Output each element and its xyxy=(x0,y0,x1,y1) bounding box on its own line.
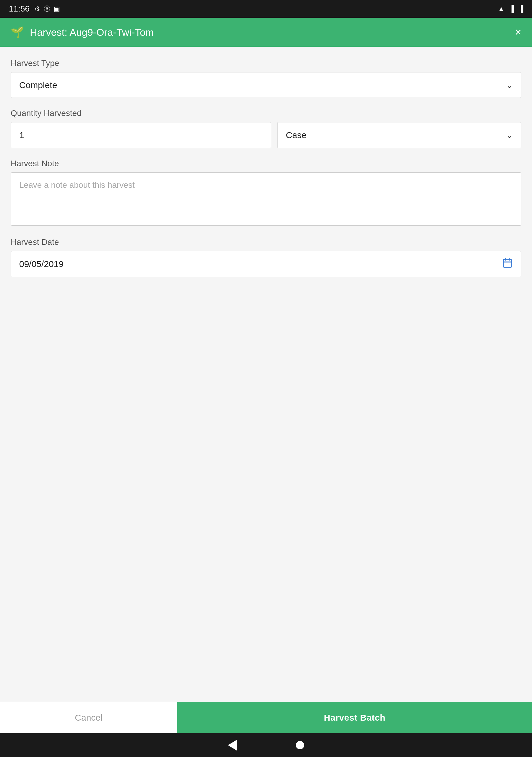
harvest-date-label: Harvest Date xyxy=(11,237,521,247)
button-row: Cancel Harvest Batch xyxy=(0,702,532,733)
harvest-batch-button[interactable]: Harvest Batch xyxy=(177,702,532,733)
account-icon: Ⓐ xyxy=(44,4,50,13)
bottom-nav-bar xyxy=(0,733,532,757)
status-bar-right: ▲ ▐ ▐ xyxy=(498,5,523,13)
harvest-note-label: Harvest Note xyxy=(11,159,521,168)
main-content: 🌱 Harvest: Aug9-Ora-Twi-Tom × Harvest Ty… xyxy=(0,18,532,733)
harvest-note-group: Harvest Note xyxy=(11,159,521,227)
header-left: 🌱 Harvest: Aug9-Ora-Twi-Tom xyxy=(11,26,154,39)
settings-icon: ⚙ xyxy=(34,5,40,13)
modal-header: 🌱 Harvest: Aug9-Ora-Twi-Tom × xyxy=(0,18,532,47)
status-bar-left: 11:56 ⚙ Ⓐ ▣ xyxy=(9,4,60,14)
lock-icon: ▣ xyxy=(54,5,60,13)
harvest-note-textarea[interactable] xyxy=(11,172,521,226)
back-button[interactable] xyxy=(228,740,237,750)
status-bar: 11:56 ⚙ Ⓐ ▣ ▲ ▐ ▐ xyxy=(0,0,532,18)
date-input-wrapper xyxy=(11,251,521,277)
modal-title: Harvest: Aug9-Ora-Twi-Tom xyxy=(30,27,154,38)
harvest-date-input[interactable] xyxy=(11,251,521,277)
quantity-harvested-label: Quantity Harvested xyxy=(11,108,521,118)
cancel-button[interactable]: Cancel xyxy=(0,702,177,733)
unit-select[interactable]: Case Pound Ounce Gram xyxy=(278,122,521,148)
harvest-type-select-wrapper: Complete Partial ⌄ xyxy=(11,72,521,98)
battery-icon: ▐ xyxy=(518,5,523,13)
home-icon xyxy=(296,741,304,749)
quantity-input[interactable] xyxy=(11,122,271,148)
harvest-type-select[interactable]: Complete Partial xyxy=(11,73,521,98)
harvest-date-group: Harvest Date xyxy=(11,237,521,277)
form-area: Harvest Type Complete Partial ⌄ Quantity… xyxy=(0,47,532,702)
signal-icon: ▐ xyxy=(509,5,514,13)
status-icons: ⚙ Ⓐ ▣ xyxy=(34,4,60,13)
quantity-harvested-group: Quantity Harvested Case Pound Ounce Gram… xyxy=(11,108,521,148)
close-button[interactable]: × xyxy=(515,27,521,38)
unit-select-wrapper: Case Pound Ounce Gram ⌄ xyxy=(277,122,521,148)
home-button[interactable] xyxy=(296,741,304,749)
harvest-icon: 🌱 xyxy=(11,26,24,39)
harvest-type-label: Harvest Type xyxy=(11,59,521,68)
status-time: 11:56 xyxy=(9,4,30,14)
harvest-type-group: Harvest Type Complete Partial ⌄ xyxy=(11,59,521,98)
back-icon xyxy=(228,740,237,750)
wifi-icon: ▲ xyxy=(498,5,505,13)
quantity-row: Case Pound Ounce Gram ⌄ xyxy=(11,122,521,148)
